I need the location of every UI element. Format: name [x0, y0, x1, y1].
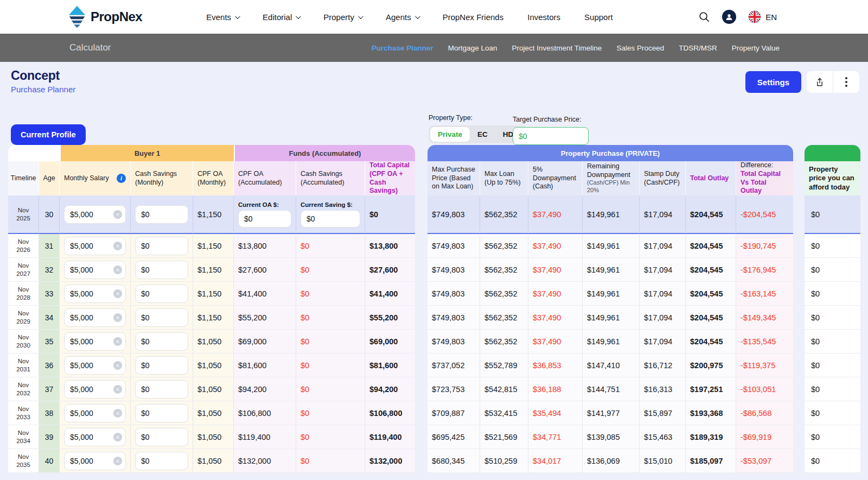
downpayment-5pct-value: $37,490 — [528, 306, 583, 330]
col-total-capital: Total Capital (CPF OA + Cash Savings) — [365, 161, 415, 195]
total-capital-value: $132,000 — [365, 449, 415, 473]
calcbar-tab-project-investment-timeline[interactable]: Project Investment Timeline — [512, 44, 602, 52]
cash-savings-monthly-input[interactable] — [135, 285, 188, 303]
nav-item-label: Agents — [386, 12, 411, 22]
current-saving-input[interactable] — [301, 210, 360, 228]
share-button[interactable] — [807, 71, 833, 93]
table-row: $749,803$562,352$37,490$149,961$17,094$2… — [427, 330, 793, 353]
propnex-logo[interactable]: PropNex — [68, 5, 142, 28]
total-outlay-value: $204,545 — [686, 195, 736, 234]
downpayment-5pct-value: $37,490 — [528, 195, 583, 234]
col-cpf-oa-accumulated: CPF OA (Accumulated) — [234, 161, 296, 195]
settings-button[interactable]: Settings — [745, 71, 801, 93]
buyer-funds-rows: Nov202530×$1,150Current OA $:Current Sav… — [8, 195, 415, 473]
clear-input-icon[interactable]: × — [113, 210, 122, 219]
nav-item-propnex-friends[interactable]: PropNex Friends — [443, 12, 504, 22]
cash-savings-monthly-input[interactable] — [135, 380, 188, 399]
cash-savings-monthly-input[interactable] — [135, 404, 188, 422]
table-row: Nov202833×$1,150$41,400$0$41,400 — [8, 282, 415, 306]
clear-input-icon[interactable]: × — [113, 337, 122, 346]
cpf-oa-monthly-value: $1,050 — [193, 377, 234, 401]
property-type-option-ec[interactable]: EC — [470, 127, 495, 142]
clear-input-icon[interactable]: × — [113, 433, 122, 441]
cash-savings-monthly-input[interactable] — [135, 452, 188, 470]
clear-input-icon[interactable]: × — [113, 266, 122, 274]
cash-savings-monthly-input[interactable] — [135, 356, 188, 375]
table-row: $0 — [805, 425, 860, 449]
calcbar-tab-purchase-planner[interactable]: Purchase Planner — [372, 44, 433, 52]
clear-input-icon[interactable]: × — [113, 361, 122, 370]
clear-input-icon[interactable]: × — [113, 385, 122, 394]
age-cell: 40 — [39, 449, 60, 473]
cash-savings-monthly-input-cell — [131, 282, 193, 306]
affordable-price-value: $0 — [805, 282, 860, 306]
downpayment-5pct-value: $37,490 — [528, 234, 583, 258]
monthly-salary-input-cell: × — [60, 282, 131, 306]
nav-item-agents[interactable]: Agents — [386, 12, 419, 22]
nav-item-investors[interactable]: Investors — [527, 12, 560, 22]
brand-name: PropNex — [91, 9, 142, 24]
timeline-cell: Nov2026 — [8, 234, 39, 258]
max-purchase-price-value: $709,887 — [427, 401, 480, 425]
table-row: Nov203540×$1,050$132,000$0$132,000 — [8, 449, 415, 473]
current-oa-input[interactable] — [238, 210, 291, 228]
clear-input-icon[interactable]: × — [113, 313, 122, 322]
cash-savings-accumulated-value: $0 — [296, 306, 365, 330]
more-options-button[interactable] — [833, 71, 859, 93]
info-icon[interactable]: i — [117, 174, 126, 183]
calcbar-tab-property-value[interactable]: Property Value — [732, 44, 780, 52]
cash-savings-monthly-input[interactable] — [135, 205, 188, 224]
table-row: Nov202631×$1,150$13,800$0$13,800 — [8, 234, 415, 258]
stamp-duty-value: $17,094 — [640, 258, 686, 282]
table-row: $0 — [805, 353, 860, 377]
page-title: Concept — [11, 68, 75, 83]
cash-savings-accumulated-value: $0 — [296, 282, 365, 306]
calcbar-tab-mortgage-loan[interactable]: Mortgage Loan — [448, 44, 497, 52]
search-icon[interactable] — [698, 11, 710, 23]
group-blank — [8, 145, 60, 161]
chevron-down-icon — [235, 14, 240, 19]
affordable-price-value: $0 — [805, 330, 860, 353]
current-profile-button[interactable]: Current Profile — [11, 124, 86, 145]
table-row: $0 — [805, 449, 860, 473]
downpayment-5pct-value: $34,771 — [528, 425, 583, 449]
stamp-duty-value: $17,094 — [640, 306, 686, 330]
table-row: $737,052$552,789$36,853$147,410$16,712$2… — [427, 353, 793, 377]
calculator-title: Calculator — [69, 42, 111, 53]
planner-table-property-purchase: Property Purchase (PRIVATE) Max Purchase… — [427, 145, 793, 473]
nav-item-editorial[interactable]: Editorial — [263, 12, 299, 22]
nav-item-events[interactable]: Events — [206, 12, 239, 22]
timeline-cell: Nov2035 — [8, 449, 39, 473]
total-capital-value: $69,000 — [365, 330, 415, 353]
cash-savings-monthly-input[interactable] — [135, 237, 188, 255]
account-icon[interactable] — [722, 10, 736, 24]
clear-input-icon[interactable]: × — [113, 409, 122, 418]
clear-input-icon[interactable]: × — [113, 457, 122, 465]
cpf-oa-accumulated-value: $55,200 — [234, 306, 296, 330]
calcbar-tab-tdsr-msr[interactable]: TDSR/MSR — [679, 44, 717, 52]
table-row: $695,425$521,569$34,771$139,085$15,463$1… — [427, 425, 793, 449]
clear-input-icon[interactable]: × — [113, 242, 122, 250]
age-cell: 39 — [39, 425, 60, 449]
remaining-downpayment-value: $136,069 — [583, 449, 640, 473]
remaining-downpayment-value: $149,961 — [583, 234, 640, 258]
cash-savings-monthly-input[interactable] — [135, 332, 188, 351]
table-row: Nov202530×$1,150Current OA $:Current Sav… — [8, 195, 415, 234]
cpf-oa-accumulated-value: $41,400 — [234, 282, 296, 306]
cash-savings-monthly-input[interactable] — [135, 428, 188, 446]
cpf-oa-monthly-value: $1,150 — [193, 234, 234, 258]
stamp-duty-value: $17,094 — [640, 234, 686, 258]
cpf-oa-monthly-value: $1,050 — [193, 353, 234, 377]
current-saving-input-cell: Current Saving $: — [296, 195, 365, 234]
language-switcher[interactable]: EN — [748, 10, 777, 23]
clear-input-icon[interactable]: × — [113, 289, 122, 298]
cash-savings-monthly-input[interactable] — [135, 261, 188, 279]
chevron-down-icon — [296, 14, 301, 19]
nav-item-support[interactable]: Support — [584, 12, 613, 22]
cash-savings-monthly-input[interactable] — [135, 308, 188, 327]
calcbar-tab-sales-proceed[interactable]: Sales Proceed — [616, 44, 664, 52]
target-price-input[interactable] — [513, 127, 589, 145]
nav-item-property[interactable]: Property — [323, 12, 362, 22]
property-type-option-private[interactable]: Private — [430, 127, 470, 142]
total-capital-value: $94,200 — [365, 377, 415, 401]
